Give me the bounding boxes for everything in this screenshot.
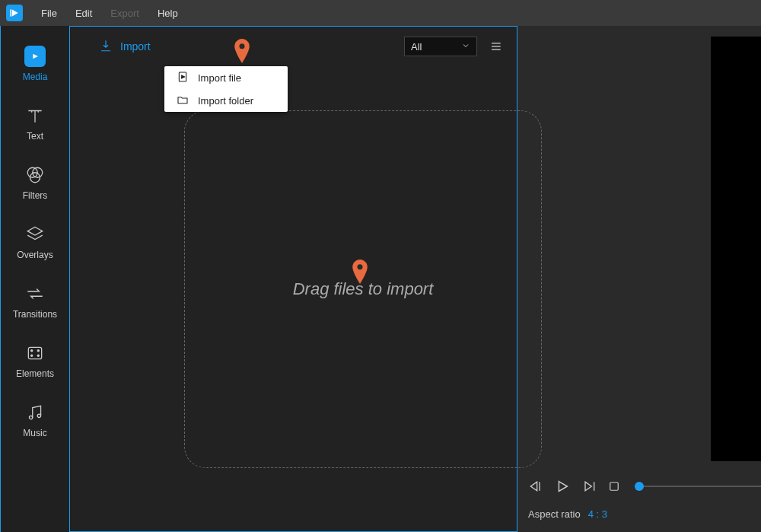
prev-frame-button[interactable] [528,479,543,494]
filter-selected: All [411,41,422,53]
svg-rect-6 [28,347,41,358]
import-folder-item[interactable]: Import folder [164,89,288,112]
file-icon [177,71,189,85]
import-menu: Import file Import folder [164,66,288,112]
sidebar-item-transitions[interactable]: Transitions [1,269,69,329]
import-file-item[interactable]: Import file [164,66,288,89]
svg-point-11 [29,416,32,419]
filter-select[interactable]: All [404,37,477,56]
progress-handle[interactable] [635,482,644,491]
sidebar-item-overlays[interactable]: Overlays [1,210,69,269]
sidebar-item-media[interactable]: Media [1,32,69,91]
svg-marker-0 [12,9,18,16]
sidebar-label-filters: Filters [23,190,48,201]
svg-point-22 [357,264,362,269]
svg-marker-20 [182,75,185,78]
app-logo [6,5,23,21]
stop-button[interactable] [607,479,621,493]
sidebar-item-text[interactable]: Text [1,91,69,151]
sidebar-item-music[interactable]: Music [1,388,69,448]
sidebar-item-filters[interactable]: Filters [1,151,69,210]
import-file-label: Import file [198,72,241,84]
music-icon [24,402,46,423]
import-label: Import [120,40,151,53]
media-panel: Import All Import file [70,26,517,532]
svg-point-12 [37,414,40,417]
sidebar-label-transitions: Transitions [13,309,57,320]
import-button[interactable]: Import [99,39,151,55]
svg-point-8 [37,350,39,352]
import-icon [99,39,113,55]
menu-file[interactable]: File [33,5,65,22]
aspect-value[interactable]: 4 : 3 [588,508,607,520]
preview-panel: Aspect ratio 4 : 3 [517,26,761,532]
sidebar-label-media: Media [23,72,48,82]
sidebar-label-music: Music [23,428,46,438]
preview-video [711,37,761,461]
svg-marker-23 [530,482,537,491]
svg-point-10 [37,355,39,356]
svg-point-9 [31,355,33,356]
chevron-down-icon [461,41,470,53]
svg-marker-2 [33,54,38,59]
list-view-icon [488,39,503,54]
sidebar-label-elements: Elements [16,368,54,379]
menu-edit[interactable]: Edit [68,5,100,22]
sidebar-item-elements[interactable]: Elements [1,329,69,388]
media-toolbar: Import All [70,27,517,66]
elements-icon [24,342,46,364]
play-button[interactable] [554,478,571,495]
svg-marker-25 [559,482,567,492]
aspect-row: Aspect ratio 4 : 3 [528,508,761,520]
svg-point-21 [239,43,244,49]
media-icon [24,46,46,67]
dropzone[interactable]: Drag files to import [184,110,542,468]
svg-marker-26 [585,482,591,491]
sidebar-label-text: Text [27,131,43,142]
menu-export: Export [103,5,147,22]
sidebar: Media Text Filters Overlays Transitions [0,26,70,532]
svg-rect-1 [10,9,11,16]
annotation-pointer-icon [352,260,368,284]
overlays-icon [24,224,46,245]
sidebar-label-overlays: Overlays [17,250,53,260]
aspect-label: Aspect ratio [528,508,581,520]
progress-track[interactable] [635,486,761,487]
next-frame-button[interactable] [581,479,597,494]
menu-help[interactable]: Help [150,5,186,22]
import-folder-label: Import folder [198,95,253,107]
annotation-pointer-icon [234,39,250,63]
workspace: Media Text Filters Overlays Transitions [0,26,761,532]
svg-rect-28 [610,483,619,491]
menubar: File Edit Export Help [0,0,761,26]
svg-point-7 [31,350,33,352]
player-controls [528,478,761,495]
transitions-icon [24,283,46,304]
view-toggle[interactable] [488,39,503,54]
folder-icon [177,94,189,108]
filters-icon [24,164,46,186]
text-icon [24,105,46,126]
